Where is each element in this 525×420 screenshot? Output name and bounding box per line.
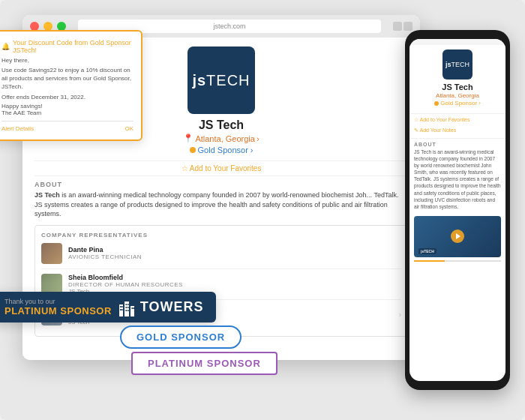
svg-rect-10 bbox=[128, 307, 129, 308]
phone-progress-fill bbox=[414, 260, 445, 262]
nav-dot-2 bbox=[404, 22, 412, 31]
company-name-bold: JS Tech bbox=[34, 191, 60, 199]
phone-notes-action[interactable]: ✎ Add Your Notes bbox=[414, 126, 501, 135]
rep-title-0: AVIONICS TECHNICIAN bbox=[68, 254, 401, 260]
gold-dot-icon bbox=[190, 147, 196, 153]
phone-dot-icon bbox=[434, 101, 439, 106]
jstech-logo-text: jsTECH bbox=[192, 72, 250, 89]
phone-favorites-action[interactable]: ☆ Add to Your Favorites bbox=[414, 116, 501, 124]
email-header-text: Your Discount Code from Gold Sponsor JST… bbox=[13, 39, 134, 54]
email-actions: Alert Details OK bbox=[2, 121, 134, 132]
email-offer: Offer ends December 31, 2022. bbox=[2, 94, 134, 100]
phone-bottom-logo: jsTECH bbox=[418, 248, 436, 254]
svg-rect-13 bbox=[131, 308, 133, 309]
play-icon bbox=[456, 233, 460, 239]
email-greeting: Hey there, bbox=[2, 57, 134, 64]
gold-sponsor-label: GOLD SPONSOR bbox=[120, 326, 242, 349]
company-location: 📍 Atlanta, Georgia › bbox=[183, 134, 259, 143]
phone-logo-text: jsTECH bbox=[446, 61, 470, 68]
favorites-text: ☆ Add to Your Favorites bbox=[182, 164, 262, 172]
svg-rect-8 bbox=[128, 304, 129, 305]
gold-label-text: GOLD SPONSOR bbox=[136, 332, 225, 343]
location-text[interactable]: Atlanta, Georgia bbox=[195, 134, 255, 143]
svg-rect-14 bbox=[133, 308, 134, 309]
platinum-logo-area: TOWERS bbox=[118, 298, 204, 316]
about-text: JS Tech is an award-winning medical tech… bbox=[34, 190, 408, 219]
platinum-sponsor-label: PLATINUM SPONSOR bbox=[131, 352, 278, 375]
sponsor-type-text[interactable]: Gold Sponsor bbox=[198, 146, 248, 154]
play-button[interactable] bbox=[451, 230, 464, 243]
rep-info-0: Dante Pina AVIONICS TECHNICIAN bbox=[68, 246, 401, 260]
email-footer: Happy savings! The AAE Team bbox=[2, 103, 134, 116]
nav-dots bbox=[393, 22, 412, 31]
avatar-img-0 bbox=[41, 243, 62, 264]
rep-title-1: DIRECTOR OF HUMAN RESOURCES bbox=[68, 281, 401, 288]
about-body: is an award-winning medical technology c… bbox=[34, 191, 398, 218]
svg-rect-5 bbox=[120, 309, 122, 310]
phone-location: Atlanta, Georgia bbox=[416, 92, 500, 99]
thank-you-text: Thank you to our bbox=[4, 298, 112, 305]
location-arrow: › bbox=[256, 134, 260, 143]
phone-progress-bar bbox=[414, 260, 501, 262]
phone-about-section: ABOUT JS Tech is an award-winning medica… bbox=[410, 138, 506, 213]
about-label: ABOUT bbox=[34, 181, 408, 188]
main-scene: jstech.com jsTECH JS Tech bbox=[0, 0, 525, 420]
nav-dot-1 bbox=[393, 22, 402, 31]
svg-rect-4 bbox=[122, 306, 123, 308]
phone-sponsor-arrow: › bbox=[478, 100, 481, 106]
phone-notes-text: ✎ Add Your Notes bbox=[414, 128, 456, 134]
phone-about-label: ABOUT bbox=[414, 142, 501, 147]
platinum-sponsor-banner: Thank you to our PLATINUM SPONSOR bbox=[0, 292, 216, 322]
svg-rect-6 bbox=[122, 309, 123, 310]
ok-button[interactable]: OK bbox=[124, 125, 134, 132]
svg-rect-9 bbox=[125, 307, 127, 308]
email-body: Use code Savings22 to enjoy a 10% discou… bbox=[2, 66, 134, 92]
rep-item-0[interactable]: Dante Pina AVIONICS TECHNICIAN bbox=[41, 243, 401, 269]
svg-rect-3 bbox=[120, 306, 122, 308]
platinum-sponsor-text: PLATINUM SPONSOR bbox=[4, 305, 112, 316]
rep-name-0: Dante Pina bbox=[68, 246, 401, 254]
phone-actions: ☆ Add to Your Favorites ✎ Add Your Notes bbox=[410, 113, 506, 138]
rep-arrow-icon: › bbox=[399, 310, 401, 319]
rep-name-1: Sheia Bloomfield bbox=[68, 274, 401, 281]
phone-screen: jsTECH JS Tech Atlanta, Georgia Gold Spo… bbox=[410, 39, 506, 381]
towers-building-icon bbox=[118, 298, 136, 316]
address-text: jstech.com bbox=[213, 22, 245, 30]
phone-favorites-text: ☆ Add to Your Favorites bbox=[414, 117, 470, 123]
phone-bottom-logo-text: jsTECH bbox=[421, 249, 434, 254]
svg-rect-12 bbox=[128, 310, 129, 311]
reps-label: COMPANY REPRESENTATIVES bbox=[41, 232, 401, 238]
phone-sponsor-badge: Gold Sponsor › bbox=[416, 100, 500, 106]
phone-video-thumbnail[interactable]: jsTECH bbox=[414, 216, 501, 257]
phone-company-header: jsTECH JS Tech Atlanta, Georgia Gold Spo… bbox=[410, 45, 506, 113]
bell-icon: 🔔 bbox=[2, 43, 10, 50]
platinum-text: Thank you to our PLATINUM SPONSOR bbox=[4, 298, 112, 316]
towers-name-text: TOWERS bbox=[140, 299, 204, 315]
email-header: 🔔 Your Discount Code from Gold Sponsor J… bbox=[2, 39, 134, 54]
rep-avatar-0 bbox=[41, 243, 62, 264]
platinum-label-text: PLATINUM SPONSOR bbox=[148, 358, 261, 369]
svg-rect-11 bbox=[125, 310, 127, 311]
company-name: JS Tech bbox=[199, 118, 244, 132]
svg-rect-7 bbox=[125, 304, 127, 305]
phone-about-text: JS Tech is an award-winning medical tech… bbox=[414, 148, 501, 210]
jstech-logo: jsTECH bbox=[188, 46, 255, 114]
favorites-bar[interactable]: ☆ Add to Your Favorites bbox=[34, 160, 408, 176]
email-popup: 🔔 Your Discount Code from Gold Sponsor J… bbox=[0, 30, 142, 141]
phone-jstech-logo: jsTECH bbox=[442, 50, 472, 80]
sponsor-badge: Gold Sponsor › bbox=[190, 146, 254, 154]
location-pin-icon: 📍 bbox=[183, 134, 194, 143]
alert-details-link[interactable]: Alert Details bbox=[2, 125, 34, 132]
phone-status-bar bbox=[410, 39, 506, 45]
phone-sponsor-text[interactable]: Gold Sponsor bbox=[440, 100, 477, 106]
sponsor-arrow: › bbox=[250, 146, 254, 154]
phone-company-name: JS Tech bbox=[416, 82, 500, 92]
mobile-phone: jsTECH JS Tech Atlanta, Georgia Gold Spo… bbox=[405, 30, 510, 390]
about-section: ABOUT JS Tech is an award-winning medica… bbox=[34, 181, 408, 219]
